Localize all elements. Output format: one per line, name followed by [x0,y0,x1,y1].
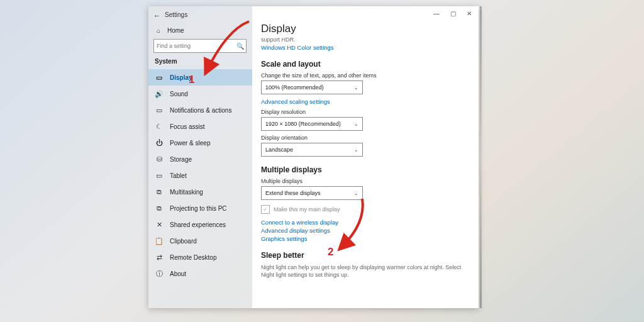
nav-label: Notifications & actions [170,107,231,114]
sidebar-item-remote[interactable]: ⇄ Remote Desktop [148,249,252,265]
multiple-displays-heading: Multiple displays [261,165,470,174]
search-icon: 🔍 [235,43,246,50]
category-heading: System [155,58,177,65]
sidebar-item-tablet[interactable]: ▭ Tablet [148,167,252,184]
nav-label: Power & sleep [170,140,210,147]
moon-icon: ☾ [155,123,164,131]
power-icon: ⏻ [155,139,164,147]
maximize-button[interactable]: ▢ [448,9,457,18]
chevron-down-icon: ⌄ [354,121,358,127]
nav-label: Tablet [170,172,187,179]
multiple-displays-value: Extend these displays [265,190,321,196]
multiple-displays-dropdown[interactable]: Extend these displays ⌄ [261,186,363,200]
sidebar-item-display[interactable]: ▭ Display [148,69,252,86]
sidebar-item-notifications[interactable]: ▭ Notifications & actions [148,102,252,118]
resolution-dropdown[interactable]: 1920 × 1080 (Recommended) ⌄ [261,117,363,131]
nav-label: Storage [170,156,192,163]
sleep-description: Night light can help you get to sleep by… [261,264,462,279]
sidebar-item-home[interactable]: ⌂ Home [155,26,184,34]
nav-list: ▭ Display 🔊 Sound ▭ Notifications & acti… [148,69,252,282]
sound-icon: 🔊 [155,90,164,98]
multitasking-icon: ⧉ [155,188,164,196]
checkbox-icon: ✓ [261,205,270,214]
info-icon: ⓘ [155,269,164,279]
advanced-display-link[interactable]: Advanced display settings [261,227,470,234]
chevron-down-icon: ⌄ [354,147,358,153]
content-pane: Display support HDR. Windows HD Color se… [252,6,479,308]
sidebar: ← Settings ⌂ Home 🔍 System ▭ Display 🔊 S… [148,6,252,308]
sidebar-item-sound[interactable]: 🔊 Sound [148,86,252,102]
close-button[interactable]: ✕ [465,9,474,18]
sidebar-item-shared[interactable]: ✕ Shared experiences [148,216,252,233]
search-box[interactable]: 🔍 [153,39,247,53]
projecting-icon: ⧉ [155,204,164,213]
sidebar-item-multitasking[interactable]: ⧉ Multitasking [148,184,252,200]
main-display-label: Make this my main display [274,206,340,213]
multiple-displays-label: Multiple displays [261,178,470,184]
nav-label: Display [170,74,192,81]
nav-label: Sound [170,91,188,97]
home-icon: ⌂ [155,26,162,34]
shared-icon: ✕ [155,221,164,229]
chevron-down-icon: ⌄ [354,85,358,91]
hdr-link[interactable]: Windows HD Color settings [261,44,470,51]
window-titlebar: — ▢ ✕ [427,6,479,24]
chevron-down-icon: ⌄ [354,191,358,196]
resolution-label: Display resolution [261,109,470,115]
app-title: Settings [165,11,187,18]
text-size-value: 100% (Recommended) [265,84,324,91]
orientation-value: Landscape [265,147,293,153]
text-size-label: Change the size of text, apps, and other… [261,72,470,79]
nav-label: Shared experiences [170,221,226,228]
remote-icon: ⇄ [155,253,164,262]
sidebar-item-projecting[interactable]: ⧉ Projecting to this PC [148,200,252,216]
tablet-icon: ▭ [155,172,164,180]
minimize-button[interactable]: — [432,9,441,18]
sidebar-item-about[interactable]: ⓘ About [148,265,252,282]
sidebar-item-clipboard[interactable]: 📋 Clipboard [148,233,252,249]
nav-label: Focus assist [170,123,205,130]
display-icon: ▭ [155,74,164,82]
notifications-icon: ▭ [155,106,164,114]
orientation-label: Display orientation [261,135,470,141]
graphics-settings-link[interactable]: Graphics settings [261,235,470,242]
back-button[interactable]: ← [153,11,161,20]
hdr-text: support HDR. [261,36,470,43]
nav-label: Multitasking [170,189,203,196]
main-display-checkbox: ✓ Make this my main display [261,205,470,214]
text-size-dropdown[interactable]: 100% (Recommended) ⌄ [261,80,363,94]
clipboard-icon: 📋 [155,237,164,245]
orientation-dropdown[interactable]: Landscape ⌄ [261,143,363,157]
search-input[interactable] [154,43,235,49]
nav-label: Remote Desktop [170,254,216,261]
wireless-display-link[interactable]: Connect to a wireless display [261,219,470,226]
desktop: — ▢ ✕ ← Settings ⌂ Home 🔍 System ▭ Displ… [0,0,644,322]
sidebar-item-storage[interactable]: ⛁ Storage [148,151,252,167]
advanced-scaling-link[interactable]: Advanced scaling settings [261,98,470,105]
scale-heading: Scale and layout [261,60,470,69]
nav-label: Projecting to this PC [170,205,227,212]
page-title: Display [261,23,470,35]
nav-label: About [170,270,186,277]
sleep-heading: Sleep better [261,251,470,260]
window-edge-shadow [480,6,482,308]
storage-icon: ⛁ [155,155,164,164]
nav-label: Clipboard [170,238,197,245]
settings-window: — ▢ ✕ ← Settings ⌂ Home 🔍 System ▭ Displ… [148,6,479,308]
home-label: Home [167,27,184,34]
sidebar-item-power[interactable]: ⏻ Power & sleep [148,135,252,151]
resolution-value: 1920 × 1080 (Recommended) [265,121,341,127]
sidebar-item-focus-assist[interactable]: ☾ Focus assist [148,118,252,135]
